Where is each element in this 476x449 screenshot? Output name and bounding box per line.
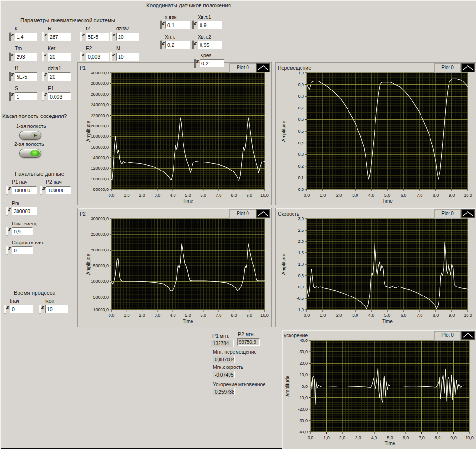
- svg-text:8,0: 8,0: [433, 313, 439, 318]
- plot-area[interactable]: 80000,0100000,0120000,0140000,0160000,01…: [78, 63, 271, 205]
- control-f1[interactable]: [9, 72, 37, 81]
- p2-nach-input[interactable]: [46, 186, 71, 194]
- control-cap-f1[interactable]: [42, 92, 71, 100]
- skorost-nach-input[interactable]: [12, 246, 33, 254]
- svg-text:6,0: 6,0: [201, 193, 207, 198]
- cap-f1-input[interactable]: [48, 92, 71, 100]
- f1-input[interactable]: [15, 72, 37, 81]
- spinner-icon[interactable]: [6, 246, 11, 254]
- control-dzita2[interactable]: [110, 33, 139, 41]
- svg-text:0,3: 0,3: [298, 152, 304, 157]
- spinner-icon[interactable]: [6, 227, 11, 235]
- f2-input[interactable]: [86, 33, 109, 41]
- control-s[interactable]: [9, 92, 37, 100]
- dzita2-input[interactable]: [116, 33, 139, 41]
- control-dzita1[interactable]: [42, 72, 71, 81]
- svg-text:5,0: 5,0: [384, 193, 391, 198]
- control-pm[interactable]: [6, 207, 37, 215]
- k-input[interactable]: [15, 33, 37, 41]
- spinner-icon[interactable]: [9, 53, 14, 61]
- svg-text:0,5: 0,5: [298, 129, 304, 134]
- nach-smesh-input[interactable]: [12, 227, 33, 235]
- control-tnach[interactable]: [4, 305, 33, 313]
- spinner-icon[interactable]: [160, 41, 165, 49]
- plot-line-icon: [461, 331, 475, 340]
- spinner-icon[interactable]: [42, 92, 47, 100]
- control-tkon[interactable]: [39, 305, 68, 313]
- spinner-icon[interactable]: [110, 53, 116, 61]
- indicator-label: Мгн. перемещение: [213, 349, 256, 355]
- control-label: F1: [48, 85, 54, 91]
- svg-text:7,0: 7,0: [216, 313, 222, 318]
- pm-input[interactable]: [12, 207, 37, 215]
- plot-legend[interactable]: Plot 0: [229, 209, 270, 218]
- svg-text:200000,0: 200000,0: [91, 248, 109, 252]
- control-cap-f2[interactable]: [80, 53, 109, 61]
- spinner-icon[interactable]: [192, 21, 197, 29]
- control-r[interactable]: [42, 33, 71, 41]
- plot-area[interactable]: -40,0-30,0-20,0-10,00,010,020,030,040,00…: [282, 330, 476, 449]
- spinner-icon[interactable]: [6, 207, 11, 215]
- svg-text:2,0: 2,0: [336, 193, 342, 198]
- spinner-icon[interactable]: [6, 186, 11, 194]
- spinner-icon[interactable]: [80, 33, 85, 41]
- control-f2[interactable]: [80, 33, 109, 41]
- control-xnt[interactable]: [160, 41, 190, 49]
- spinner-icon[interactable]: [80, 53, 85, 61]
- control-tm[interactable]: [9, 53, 37, 61]
- spinner-icon[interactable]: [42, 53, 47, 61]
- control-xvt1[interactable]: [192, 21, 222, 29]
- plot-area[interactable]: -1,0-0,50,00,51,01,52,02,53,00,01,02,03,…: [276, 208, 476, 327]
- m-input[interactable]: [116, 53, 139, 61]
- ket-input[interactable]: [48, 53, 71, 61]
- spinner-icon[interactable]: [110, 33, 116, 41]
- tm-input[interactable]: [15, 53, 37, 61]
- svg-text:-1,0: -1,0: [296, 307, 304, 312]
- spinner-icon[interactable]: [9, 92, 14, 100]
- svg-text:-30,0: -30,0: [298, 418, 308, 423]
- spinner-icon[interactable]: [4, 305, 9, 313]
- spinner-icon[interactable]: [160, 21, 165, 29]
- plot-legend[interactable]: Plot 0: [434, 209, 475, 218]
- spinner-icon[interactable]: [42, 72, 47, 81]
- control-p2-nach[interactable]: [40, 186, 71, 194]
- svg-text:30,0: 30,0: [299, 350, 308, 354]
- x-vak-input[interactable]: [165, 21, 190, 29]
- control-x-vak[interactable]: [160, 21, 190, 29]
- spinner-icon[interactable]: [40, 186, 46, 194]
- control-xvt2[interactable]: [192, 41, 222, 49]
- spinner-icon[interactable]: [192, 41, 197, 49]
- xvt1-input[interactable]: [198, 21, 222, 29]
- cap-f2-input[interactable]: [86, 53, 109, 61]
- p1-nach-input[interactable]: [12, 186, 37, 194]
- control-p1-nach[interactable]: [6, 186, 37, 194]
- xnt-input[interactable]: [165, 41, 190, 49]
- control-skorost-nach[interactable]: [6, 246, 33, 254]
- spinner-icon[interactable]: [9, 33, 14, 41]
- spinner-icon[interactable]: [39, 305, 45, 313]
- spinner-icon[interactable]: [42, 33, 47, 41]
- cavity-toggle-1[interactable]: [19, 131, 41, 140]
- control-nach-smesh[interactable]: [6, 227, 33, 235]
- control-m[interactable]: [110, 53, 139, 61]
- svg-text:0,0: 0,0: [304, 313, 310, 318]
- dzita1-input[interactable]: [48, 72, 71, 81]
- xvt2-input[interactable]: [198, 41, 222, 49]
- s-input[interactable]: [15, 92, 37, 100]
- cavity-toggle-2[interactable]: [19, 149, 41, 158]
- tnach-input[interactable]: [10, 305, 33, 313]
- svg-text:3,0: 3,0: [155, 193, 161, 198]
- svg-text:9,0: 9,0: [246, 313, 252, 318]
- tkon-input[interactable]: [45, 305, 68, 313]
- plot-legend[interactable]: Plot 0: [229, 63, 270, 72]
- svg-text:3,0: 3,0: [352, 313, 358, 318]
- control-k[interactable]: [9, 33, 37, 41]
- plot-area[interactable]: 10000,050000,0100000,0150000,0200000,025…: [78, 208, 271, 327]
- r-input[interactable]: [48, 33, 71, 41]
- control-ket[interactable]: [42, 53, 71, 61]
- plot-area[interactable]: 0,00,10,20,30,40,50,60,70,80,91,00,01,02…: [276, 63, 476, 205]
- svg-text:0,2: 0,2: [298, 164, 304, 169]
- spinner-icon[interactable]: [9, 72, 14, 81]
- plot-legend[interactable]: Plot 0: [434, 63, 475, 72]
- plot-legend[interactable]: Plot 0: [434, 331, 475, 340]
